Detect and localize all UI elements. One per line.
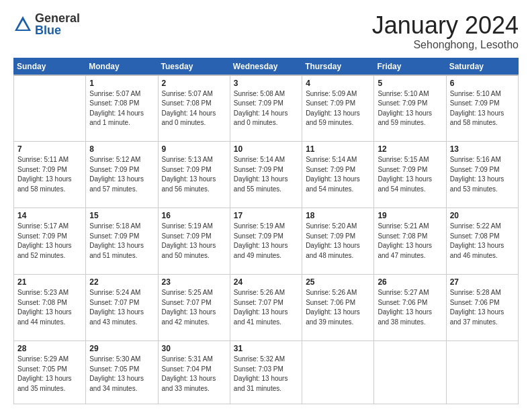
day-info: Sunrise: 5:22 AMSunset: 7:08 PMDaylight:…	[450, 222, 515, 261]
calendar-cell: 30Sunrise: 5:31 AMSunset: 7:04 PMDayligh…	[158, 341, 230, 404]
day-number: 8	[89, 144, 154, 154]
day-info: Sunrise: 5:24 AMSunset: 7:07 PMDaylight:…	[89, 288, 154, 327]
calendar-cell: 3Sunrise: 5:08 AMSunset: 7:09 PMDaylight…	[230, 75, 302, 142]
calendar-cell: 14Sunrise: 5:17 AMSunset: 7:09 PMDayligh…	[14, 208, 86, 275]
calendar-cell: 18Sunrise: 5:20 AMSunset: 7:09 PMDayligh…	[302, 208, 374, 275]
logo-icon	[13, 15, 32, 34]
day-info: Sunrise: 5:09 AMSunset: 7:09 PMDaylight:…	[306, 89, 370, 128]
weekday-header-monday: Monday	[86, 58, 158, 75]
calendar-cell: 10Sunrise: 5:14 AMSunset: 7:09 PMDayligh…	[230, 142, 302, 208]
day-info: Sunrise: 5:08 AMSunset: 7:09 PMDaylight:…	[234, 89, 298, 128]
calendar-cell: 11Sunrise: 5:14 AMSunset: 7:09 PMDayligh…	[302, 142, 374, 208]
day-number: 22	[89, 277, 154, 287]
day-info: Sunrise: 5:23 AMSunset: 7:08 PMDaylight:…	[17, 288, 82, 327]
calendar-cell: 24Sunrise: 5:26 AMSunset: 7:07 PMDayligh…	[230, 275, 302, 341]
calendar-cell: 28Sunrise: 5:29 AMSunset: 7:05 PMDayligh…	[14, 341, 86, 404]
day-number: 28	[17, 344, 82, 353]
day-number: 17	[234, 211, 298, 220]
day-number: 20	[450, 211, 515, 220]
page: General Blue January 2024 Sehonghong, Le…	[0, 0, 532, 411]
calendar-week-3: 14Sunrise: 5:17 AMSunset: 7:09 PMDayligh…	[14, 208, 519, 275]
calendar-cell	[374, 341, 446, 404]
day-number: 7	[17, 144, 82, 154]
logo-general: General	[35, 12, 80, 24]
calendar-cell: 16Sunrise: 5:19 AMSunset: 7:09 PMDayligh…	[158, 208, 230, 275]
day-number: 29	[89, 344, 154, 353]
day-info: Sunrise: 5:30 AMSunset: 7:05 PMDaylight:…	[89, 355, 154, 394]
day-info: Sunrise: 5:29 AMSunset: 7:05 PMDaylight:…	[17, 355, 82, 394]
header: General Blue January 2024 Sehonghong, Le…	[13, 12, 519, 51]
day-number: 27	[450, 277, 515, 287]
day-number: 23	[162, 277, 226, 287]
day-number: 5	[378, 79, 442, 88]
calendar-cell: 12Sunrise: 5:15 AMSunset: 7:09 PMDayligh…	[374, 142, 446, 208]
day-info: Sunrise: 5:25 AMSunset: 7:07 PMDaylight:…	[162, 288, 226, 327]
day-info: Sunrise: 5:15 AMSunset: 7:09 PMDaylight:…	[378, 155, 442, 194]
calendar-cell: 2Sunrise: 5:07 AMSunset: 7:08 PMDaylight…	[158, 75, 230, 142]
day-info: Sunrise: 5:10 AMSunset: 7:09 PMDaylight:…	[378, 89, 442, 128]
calendar-cell: 29Sunrise: 5:30 AMSunset: 7:05 PMDayligh…	[86, 341, 158, 404]
calendar: SundayMondayTuesdayWednesdayThursdayFrid…	[13, 58, 519, 404]
day-info: Sunrise: 5:16 AMSunset: 7:09 PMDaylight:…	[450, 155, 515, 194]
weekday-header-sunday: Sunday	[14, 58, 86, 75]
logo: General Blue	[13, 12, 80, 36]
calendar-cell: 17Sunrise: 5:19 AMSunset: 7:09 PMDayligh…	[230, 208, 302, 275]
logo-blue: Blue	[35, 24, 80, 36]
day-info: Sunrise: 5:13 AMSunset: 7:09 PMDaylight:…	[162, 155, 226, 194]
calendar-cell: 27Sunrise: 5:28 AMSunset: 7:06 PMDayligh…	[446, 275, 518, 341]
calendar-cell: 13Sunrise: 5:16 AMSunset: 7:09 PMDayligh…	[446, 142, 518, 208]
day-info: Sunrise: 5:14 AMSunset: 7:09 PMDaylight:…	[234, 155, 298, 194]
calendar-week-5: 28Sunrise: 5:29 AMSunset: 7:05 PMDayligh…	[14, 341, 519, 404]
day-info: Sunrise: 5:31 AMSunset: 7:04 PMDaylight:…	[162, 355, 226, 394]
logo-text: General Blue	[35, 12, 80, 36]
day-info: Sunrise: 5:28 AMSunset: 7:06 PMDaylight:…	[450, 288, 515, 327]
day-info: Sunrise: 5:32 AMSunset: 7:03 PMDaylight:…	[234, 355, 298, 394]
weekday-header-friday: Friday	[374, 58, 446, 75]
weekday-header-saturday: Saturday	[446, 58, 518, 75]
calendar-cell	[302, 341, 374, 404]
day-info: Sunrise: 5:26 AMSunset: 7:07 PMDaylight:…	[234, 288, 298, 327]
calendar-cell: 5Sunrise: 5:10 AMSunset: 7:09 PMDaylight…	[374, 75, 446, 142]
calendar-cell: 9Sunrise: 5:13 AMSunset: 7:09 PMDaylight…	[158, 142, 230, 208]
day-info: Sunrise: 5:21 AMSunset: 7:08 PMDaylight:…	[378, 222, 442, 261]
calendar-cell: 26Sunrise: 5:27 AMSunset: 7:06 PMDayligh…	[374, 275, 446, 341]
day-number: 31	[234, 344, 298, 353]
calendar-cell: 1Sunrise: 5:07 AMSunset: 7:08 PMDaylight…	[86, 75, 158, 142]
day-number: 21	[17, 277, 82, 287]
calendar-cell: 23Sunrise: 5:25 AMSunset: 7:07 PMDayligh…	[158, 275, 230, 341]
calendar-cell: 22Sunrise: 5:24 AMSunset: 7:07 PMDayligh…	[86, 275, 158, 341]
calendar-cell: 21Sunrise: 5:23 AMSunset: 7:08 PMDayligh…	[14, 275, 86, 341]
day-info: Sunrise: 5:20 AMSunset: 7:09 PMDaylight:…	[306, 222, 370, 261]
day-number: 24	[234, 277, 298, 287]
day-number: 9	[162, 144, 226, 154]
day-info: Sunrise: 5:19 AMSunset: 7:09 PMDaylight:…	[234, 222, 298, 261]
calendar-cell: 31Sunrise: 5:32 AMSunset: 7:03 PMDayligh…	[230, 341, 302, 404]
day-number: 26	[378, 277, 442, 287]
calendar-cell: 6Sunrise: 5:10 AMSunset: 7:09 PMDaylight…	[446, 75, 518, 142]
day-info: Sunrise: 5:10 AMSunset: 7:09 PMDaylight:…	[450, 89, 515, 128]
title-block: January 2024 Sehonghong, Lesotho	[372, 12, 519, 51]
day-info: Sunrise: 5:19 AMSunset: 7:09 PMDaylight:…	[162, 222, 226, 261]
day-number: 3	[234, 79, 298, 88]
calendar-cell: 20Sunrise: 5:22 AMSunset: 7:08 PMDayligh…	[446, 208, 518, 275]
calendar-cell: 15Sunrise: 5:18 AMSunset: 7:09 PMDayligh…	[86, 208, 158, 275]
day-number: 16	[162, 211, 226, 220]
weekday-header-wednesday: Wednesday	[230, 58, 302, 75]
calendar-cell: 7Sunrise: 5:11 AMSunset: 7:09 PMDaylight…	[14, 142, 86, 208]
calendar-cell: 8Sunrise: 5:12 AMSunset: 7:09 PMDaylight…	[86, 142, 158, 208]
calendar-week-1: 1Sunrise: 5:07 AMSunset: 7:08 PMDaylight…	[14, 75, 519, 142]
weekday-row: SundayMondayTuesdayWednesdayThursdayFrid…	[14, 58, 519, 75]
calendar-cell: 19Sunrise: 5:21 AMSunset: 7:08 PMDayligh…	[374, 208, 446, 275]
calendar-week-2: 7Sunrise: 5:11 AMSunset: 7:09 PMDaylight…	[14, 142, 519, 208]
weekday-header-thursday: Thursday	[302, 58, 374, 75]
calendar-week-4: 21Sunrise: 5:23 AMSunset: 7:08 PMDayligh…	[14, 275, 519, 341]
day-number: 10	[234, 144, 298, 154]
day-number: 6	[450, 79, 515, 88]
day-info: Sunrise: 5:11 AMSunset: 7:09 PMDaylight:…	[17, 155, 82, 194]
day-number: 18	[306, 211, 370, 220]
weekday-header-tuesday: Tuesday	[158, 58, 230, 75]
calendar-header: SundayMondayTuesdayWednesdayThursdayFrid…	[14, 58, 519, 75]
day-info: Sunrise: 5:14 AMSunset: 7:09 PMDaylight:…	[306, 155, 370, 194]
day-number: 1	[89, 79, 154, 88]
calendar-cell: 25Sunrise: 5:26 AMSunset: 7:06 PMDayligh…	[302, 275, 374, 341]
